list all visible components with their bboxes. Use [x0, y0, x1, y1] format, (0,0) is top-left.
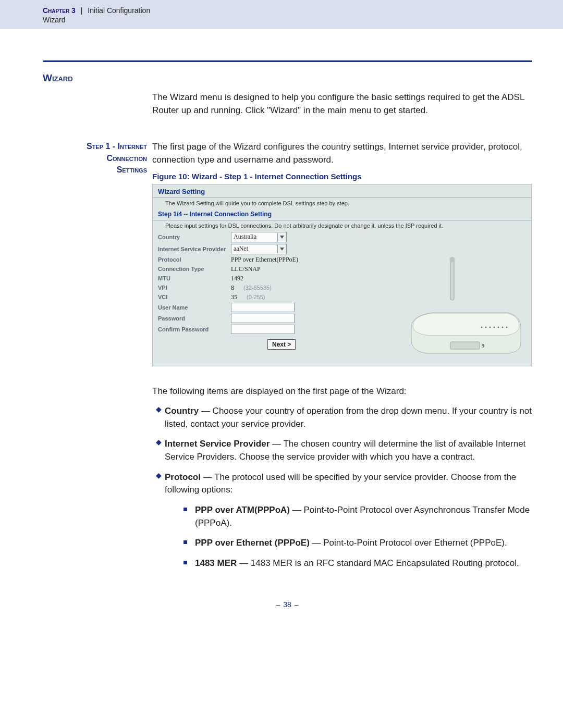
hint-vpi: (32-65535)	[243, 285, 272, 291]
step-side-line1: Step 1 - Internet	[43, 141, 147, 152]
label-vci: VCI	[158, 294, 231, 300]
value-conn-type: LLC/SNAP	[231, 265, 261, 273]
rule	[43, 60, 532, 62]
chevron-down-icon	[277, 233, 286, 241]
chevron-down-icon	[277, 245, 286, 253]
figure-caption: Figure 10: Wizard - Step 1 - Internet Co…	[152, 172, 532, 181]
router-icon: 9	[403, 254, 523, 359]
svg-point-8	[506, 326, 508, 328]
label-country: Country	[158, 234, 231, 240]
label-conn-type: Connection Type	[158, 266, 231, 272]
password-input[interactable]	[231, 314, 295, 323]
isp-select[interactable]: aaNet	[231, 244, 287, 254]
page-header: Chapter 3 | Initial Configuration Wizard	[0, 0, 563, 29]
square-icon	[183, 508, 187, 511]
svg-point-5	[494, 326, 495, 328]
list-item: ◆ Protocol — The protocol used will be s…	[152, 471, 532, 577]
svg-point-1	[450, 257, 455, 262]
value-vci: 35	[231, 293, 237, 301]
list-item: ◆ Internet Service Provider — The chosen…	[152, 438, 532, 463]
step-side-line3: Settings	[43, 164, 147, 176]
chapter-label: Chapter 3	[43, 6, 76, 15]
svg-point-4	[489, 326, 491, 328]
item-list: ◆ Country — Choose your country of opera…	[152, 405, 532, 577]
square-icon	[183, 540, 187, 544]
svg-point-6	[498, 326, 499, 328]
label-protocol: Protocol	[158, 256, 231, 263]
step-desc: Please input settings for DSL connection…	[165, 223, 526, 229]
list-item: PPP over Ethernet (PPPoE) — Point-to-Poi…	[183, 537, 532, 550]
step-title: Step 1/4 -- Internet Connection Setting	[158, 211, 526, 218]
country-select[interactable]: Australia	[231, 232, 287, 242]
panel-desc: The Wizard Setting will guide you to com…	[165, 200, 526, 206]
user-name-input[interactable]	[231, 303, 295, 312]
diamond-icon: ◆	[152, 471, 165, 577]
wizard-screenshot: Wizard Setting The Wizard Setting will g…	[152, 184, 532, 366]
page-number: –38–	[43, 600, 532, 609]
svg-point-2	[481, 326, 483, 328]
value-mtu: 1492	[231, 275, 243, 282]
list-item: ◆ Country — Choose your country of opera…	[152, 405, 532, 430]
intro-text: The Wizard menu is designed to help you …	[152, 91, 532, 117]
label-isp: Internet Service Provider	[158, 246, 231, 252]
step-side-line2: Connection	[43, 153, 147, 164]
svg-text:9: 9	[482, 343, 484, 349]
svg-point-3	[485, 326, 487, 328]
svg-rect-0	[450, 258, 454, 300]
label-vpi: VPI	[158, 285, 231, 291]
value-protocol: PPP over Ethernet(PPPoE)	[231, 256, 298, 264]
section-name: Initial Configuration	[88, 6, 150, 15]
diamond-icon: ◆	[152, 405, 165, 430]
protocol-sublist: PPP over ATM(PPPoA) — Point-to-Point Pro…	[165, 504, 532, 570]
page-title: Wizard	[43, 72, 532, 84]
breadcrumb-sep: |	[81, 6, 83, 15]
confirm-password-input[interactable]	[231, 325, 295, 334]
post-text: The following items are displayed on the…	[152, 385, 532, 398]
label-user: User Name	[158, 304, 231, 311]
label-mtu: MTU	[158, 275, 231, 281]
square-icon	[183, 561, 187, 564]
breadcrumb: Chapter 3 | Initial Configuration	[43, 6, 563, 15]
step-lead: The first page of the Wizard configures …	[152, 141, 532, 166]
list-item: 1483 MER — 1483 MER is an RFC standard M…	[183, 557, 532, 570]
sub-section: Wizard	[43, 16, 563, 24]
panel-title: Wizard Setting	[158, 188, 526, 195]
hint-vci: (0-255)	[247, 294, 265, 300]
label-pass: Password	[158, 315, 231, 322]
next-button[interactable]: Next >	[267, 339, 296, 350]
svg-point-7	[502, 326, 504, 328]
step-side-title: Step 1 - Internet Connection Settings	[43, 141, 152, 176]
list-item: PPP over ATM(PPPoA) — Point-to-Point Pro…	[183, 504, 532, 529]
diamond-icon: ◆	[152, 438, 165, 463]
value-vpi: 8	[231, 284, 234, 292]
svg-rect-9	[450, 342, 480, 349]
label-confirm: Confirm Password	[158, 326, 231, 332]
